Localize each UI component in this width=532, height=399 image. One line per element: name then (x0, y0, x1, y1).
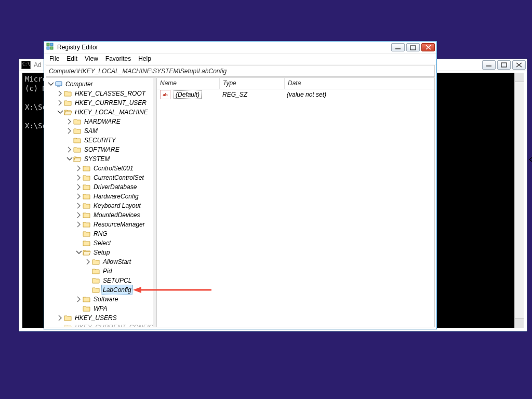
tree-node-software[interactable]: Software (75, 295, 156, 304)
tree-node-hardwareconfig[interactable]: HardwareConfig (75, 192, 156, 201)
tree-node-setupcl[interactable]: SETUPCL (85, 276, 156, 285)
column-headers[interactable]: Name Type Data (157, 78, 434, 89)
cmd-scrollbar[interactable] (514, 73, 524, 328)
cmd-title-text: Ad (34, 61, 42, 69)
folder-icon (83, 211, 91, 219)
chevron-right-icon[interactable] (75, 165, 83, 172)
chevron-right-icon[interactable] (75, 296, 83, 303)
tree-node-currentcontrolset[interactable]: CurrentControlSet (75, 173, 156, 182)
chevron-right-icon[interactable] (66, 127, 73, 135)
tree-node-hardware[interactable]: HARDWARE (66, 117, 156, 126)
tree-node-software[interactable]: SOFTWARE (66, 145, 156, 154)
chevron-right-icon[interactable] (57, 99, 64, 107)
tree-node-mounteddevices[interactable]: MountedDevices (75, 210, 156, 220)
menu-favorites[interactable]: Favorites (105, 55, 131, 62)
tree-node-hku[interactable]: HKEY_USERS (57, 313, 156, 323)
close-button[interactable] (512, 60, 526, 70)
chevron-right-icon[interactable] (75, 183, 83, 191)
values-pane[interactable]: Name Type Data ab (Default) REG_SZ (valu… (157, 78, 434, 327)
minimize-button[interactable] (482, 60, 496, 70)
folder-icon (83, 165, 91, 172)
folder-icon (73, 146, 82, 153)
tree-node-security[interactable]: SECURITY (66, 136, 156, 145)
chevron-right-icon[interactable] (75, 193, 83, 200)
folder-icon (64, 324, 72, 327)
minimize-button[interactable] (391, 43, 405, 51)
folder-icon (92, 286, 100, 294)
folder-icon (64, 314, 72, 322)
chevron-right-icon[interactable] (75, 211, 83, 219)
menu-bar: File Edit View Favorites Help (44, 54, 436, 64)
tree-pane[interactable]: Computer HKEY_CLASSES_ROOT HKEY_CURRENT_… (46, 78, 157, 327)
registry-editor-window: Registry Editor File Edit View Favorites… (44, 41, 437, 329)
maximize-button[interactable] (497, 60, 511, 70)
chevron-down-icon[interactable] (57, 109, 64, 116)
chevron-right-icon[interactable] (75, 202, 83, 209)
folder-icon (83, 221, 91, 228)
folder-icon (64, 99, 72, 107)
column-type[interactable]: Type (220, 78, 285, 89)
tree-node-setup[interactable]: Setup (75, 248, 156, 257)
tree-node-rng[interactable]: RNG (75, 229, 156, 238)
menu-edit[interactable]: Edit (66, 55, 77, 62)
address-bar[interactable]: Computer\HKEY_LOCAL_MACHINE\SYSTEM\Setup… (46, 65, 435, 77)
folder-icon (73, 118, 82, 125)
tree-node-hklm[interactable]: HKEY_LOCAL_MACHINE (57, 108, 156, 117)
folder-open-icon (64, 109, 72, 116)
chevron-down-icon[interactable] (66, 155, 73, 163)
folder-icon (92, 258, 100, 265)
maximize-button[interactable] (406, 43, 420, 51)
folder-icon (83, 305, 91, 312)
tree-node-hkcc[interactable]: HKEY_CURRENT_CONFIG (57, 323, 156, 327)
folder-icon (64, 90, 72, 97)
tree-node-driverdatabase[interactable]: DriverDatabase (75, 182, 156, 192)
chevron-right-icon[interactable] (75, 221, 83, 228)
tree-node-pid[interactable]: Pid (85, 267, 156, 276)
string-value-icon: ab (160, 90, 170, 99)
column-name[interactable]: Name (157, 78, 220, 89)
tree-node-resourcemanager[interactable]: ResourceManager (75, 220, 156, 229)
tree-node-keyboard-layout[interactable]: Keyboard Layout (75, 201, 156, 210)
tree-node-select[interactable]: Select (75, 238, 156, 248)
cmd-icon (21, 61, 31, 69)
chevron-down-icon[interactable] (75, 249, 83, 256)
chevron-right-icon[interactable] (66, 118, 73, 125)
folder-icon (83, 230, 91, 237)
svg-rect-5 (50, 43, 53, 46)
svg-rect-4 (47, 43, 49, 46)
tree-node-wpa[interactable]: WPA (75, 304, 156, 313)
close-button[interactable] (421, 43, 435, 51)
menu-help[interactable]: Help (138, 55, 151, 62)
menu-view[interactable]: View (85, 55, 98, 62)
folder-icon (83, 174, 91, 181)
column-data[interactable]: Data (285, 78, 434, 89)
chevron-right-icon[interactable] (57, 314, 64, 322)
chevron-right-icon[interactable] (75, 174, 83, 181)
tree-node-allowstart[interactable]: AllowStart (85, 257, 156, 267)
chevron-right-icon[interactable] (57, 90, 64, 97)
tree-node-labconfig[interactable]: LabConfig (85, 285, 156, 295)
folder-icon (73, 127, 82, 135)
tree-scrollbar[interactable] (153, 78, 156, 327)
folder-icon (83, 193, 91, 200)
regedit-titlebar[interactable]: Registry Editor (44, 42, 436, 54)
chevron-down-icon[interactable] (47, 81, 55, 88)
tree-node-system[interactable]: SYSTEM (66, 154, 156, 164)
tree-node-controlset001[interactable]: ControlSet001 (75, 164, 156, 173)
regedit-title-text: Registry Editor (57, 44, 98, 51)
regedit-icon (46, 43, 55, 52)
svg-rect-7 (50, 47, 53, 49)
chevron-right-icon[interactable] (85, 258, 92, 265)
folder-icon (83, 183, 91, 191)
menu-file[interactable]: File (49, 55, 59, 62)
tree-node-hkcr[interactable]: HKEY_CLASSES_ROOT (57, 89, 156, 98)
computer-icon (55, 81, 63, 88)
folder-icon (83, 296, 91, 303)
tree-node-hkcu[interactable]: HKEY_CURRENT_USER (57, 98, 156, 108)
chevron-right-icon[interactable] (66, 146, 73, 153)
value-row[interactable]: ab (Default) REG_SZ (value not set) (157, 89, 434, 100)
tree-node-computer[interactable]: Computer (47, 79, 156, 89)
folder-icon (92, 268, 100, 275)
tree-node-sam[interactable]: SAM (66, 126, 156, 136)
folder-icon (73, 137, 82, 144)
